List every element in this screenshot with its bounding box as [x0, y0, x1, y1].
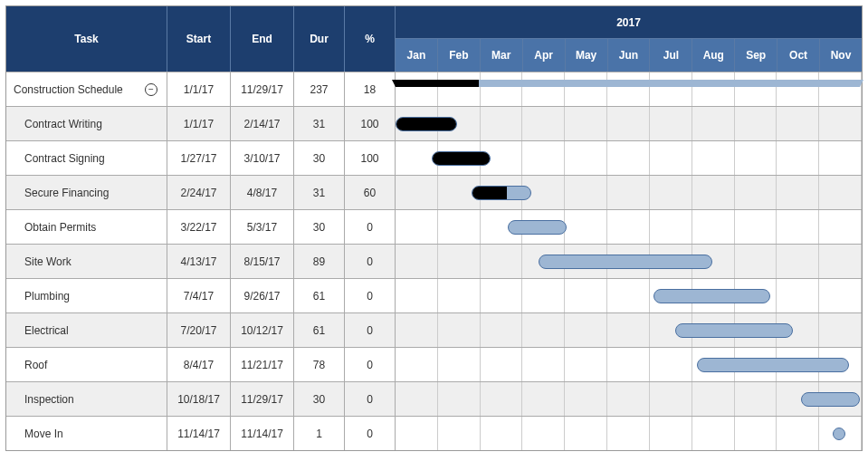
month-column	[396, 279, 438, 312]
month-column	[396, 417, 438, 450]
month-column	[438, 210, 481, 244]
month-column	[522, 382, 565, 416]
table-row[interactable]: Roof8/4/1711/21/17780	[6, 347, 862, 381]
header-timeline: 2017 JanFebMarAprMayJunJulAugSepOctNov	[396, 6, 862, 72]
month-column	[607, 348, 650, 381]
month-column	[522, 141, 565, 175]
task-end: 2/14/17	[231, 107, 294, 140]
table-row[interactable]: Secure Financing2/24/174/8/173160	[6, 175, 862, 209]
task-end: 5/3/17	[231, 210, 294, 244]
month-column	[438, 348, 481, 381]
month-column	[650, 141, 692, 175]
task-name: Secure Financing	[6, 176, 167, 209]
task-name: Obtain Permits	[6, 210, 167, 244]
month-column	[692, 348, 735, 381]
task-start: 2/24/17	[167, 176, 231, 209]
month-column	[692, 107, 735, 140]
task-pct: 60	[345, 176, 396, 209]
task-start: 11/14/17	[167, 417, 231, 450]
header-dur[interactable]: Dur	[294, 6, 345, 72]
table-row[interactable]: Construction Schedule−1/1/1711/29/172371…	[6, 72, 862, 106]
collapse-icon[interactable]: −	[145, 83, 157, 96]
task-end: 11/21/17	[231, 348, 294, 381]
month-column	[692, 382, 735, 416]
table-row[interactable]: Contract Signing1/27/173/10/1730100	[6, 140, 862, 175]
month-column	[438, 107, 481, 140]
month-column	[735, 348, 777, 381]
header-task[interactable]: Task	[6, 6, 167, 72]
month-column	[565, 72, 607, 106]
month-column	[692, 417, 735, 450]
header-month: Nov	[820, 39, 862, 72]
table-row[interactable]: Obtain Permits3/22/175/3/17300	[6, 209, 862, 244]
month-column	[819, 417, 862, 450]
month-column	[735, 313, 777, 347]
month-column	[819, 107, 862, 140]
header-month: Oct	[777, 39, 820, 72]
month-column	[650, 176, 692, 209]
month-column	[607, 141, 650, 175]
month-column	[607, 279, 650, 312]
table-row[interactable]: Contract Writing1/1/172/14/1731100	[6, 106, 862, 140]
month-column	[565, 279, 607, 312]
header-start[interactable]: Start	[167, 6, 231, 72]
month-column	[650, 417, 692, 450]
month-column	[565, 348, 607, 381]
month-column	[481, 210, 523, 244]
month-column	[819, 313, 862, 347]
timeline-cell	[396, 210, 862, 244]
month-column	[735, 279, 777, 312]
month-column	[481, 107, 523, 140]
month-column	[777, 176, 819, 209]
table-row[interactable]: Inspection10/18/1711/29/17300	[6, 381, 862, 416]
task-pct: 0	[345, 210, 396, 244]
month-column	[481, 348, 523, 381]
table-row[interactable]: Site Work4/13/178/15/17890	[6, 244, 862, 278]
month-column	[396, 348, 438, 381]
task-name: Plumbing	[6, 279, 167, 312]
month-column	[522, 72, 565, 106]
month-column	[522, 279, 565, 312]
table-row[interactable]: Move In11/14/1711/14/1710	[6, 416, 862, 450]
month-column	[396, 107, 438, 140]
task-name: Construction Schedule−	[6, 72, 167, 106]
month-column	[522, 176, 565, 209]
month-column	[777, 245, 819, 278]
month-column	[777, 279, 819, 312]
month-column	[438, 245, 481, 278]
table-row[interactable]: Electrical7/20/1710/12/17610	[6, 312, 862, 347]
month-column	[735, 176, 777, 209]
header-pct[interactable]: %	[345, 6, 396, 72]
header-month: Apr	[523, 39, 566, 72]
month-column	[692, 279, 735, 312]
timeline-cell	[396, 382, 862, 416]
month-column	[565, 107, 607, 140]
month-column	[438, 176, 481, 209]
table-row[interactable]: Plumbing7/4/179/26/17610	[6, 278, 862, 312]
timeline-cell	[396, 313, 862, 347]
month-column	[692, 141, 735, 175]
month-column	[396, 72, 438, 106]
header-end[interactable]: End	[231, 6, 294, 72]
month-column	[565, 176, 607, 209]
month-column	[396, 313, 438, 347]
month-column	[650, 348, 692, 381]
task-start: 3/22/17	[167, 210, 231, 244]
task-dur: 237	[294, 72, 345, 106]
task-name: Site Work	[6, 245, 167, 278]
task-name: Roof	[6, 348, 167, 381]
month-column	[735, 417, 777, 450]
month-column	[522, 245, 565, 278]
month-column	[650, 107, 692, 140]
month-column	[777, 348, 819, 381]
month-column	[650, 382, 692, 416]
task-start: 1/1/17	[167, 107, 231, 140]
task-pct: 0	[345, 245, 396, 278]
header-month: May	[566, 39, 608, 72]
month-column	[819, 245, 862, 278]
month-column	[777, 107, 819, 140]
month-column	[396, 245, 438, 278]
task-dur: 30	[294, 382, 345, 416]
month-column	[692, 245, 735, 278]
month-column	[777, 382, 819, 416]
